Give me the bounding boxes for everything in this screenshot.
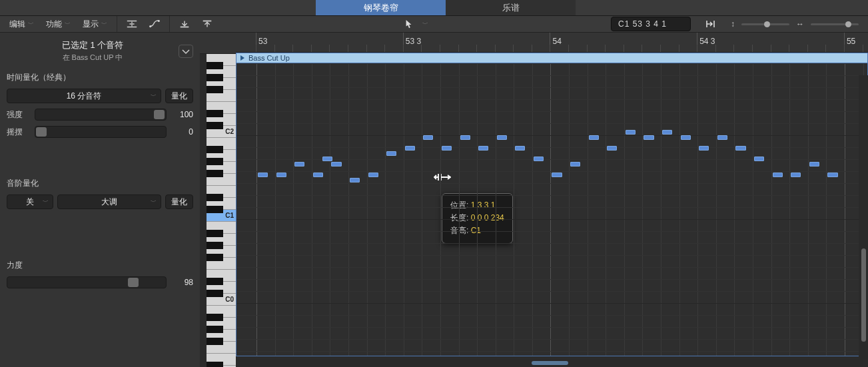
strength-slider[interactable] bbox=[35, 109, 167, 121]
disclosure-toggle-icon[interactable] bbox=[179, 45, 193, 58]
chevron-down-icon[interactable]: ﹀ bbox=[422, 20, 428, 29]
note-grid[interactable]: 位置: 1 3 3 1 长度: 0 0 0 234 音高: C1 bbox=[236, 63, 868, 356]
midi-note[interactable] bbox=[478, 146, 488, 151]
chevron-down-icon: ﹀ bbox=[151, 92, 157, 101]
midi-note[interactable] bbox=[350, 178, 360, 183]
menu-edit-label: 编辑 bbox=[9, 19, 25, 30]
piano-key-black[interactable] bbox=[207, 230, 223, 237]
apply-time-quantize-button[interactable]: 量化 bbox=[165, 89, 193, 103]
tooltip-length-label: 长度: bbox=[450, 213, 468, 222]
catch-playhead-icon[interactable] bbox=[701, 17, 720, 31]
ruler-label: 53 3 bbox=[406, 37, 421, 46]
piano-key-black[interactable] bbox=[207, 194, 223, 201]
midi-note[interactable] bbox=[607, 146, 617, 151]
ruler-label: 54 bbox=[552, 37, 561, 46]
midi-note[interactable] bbox=[773, 173, 783, 177]
menu-edit[interactable]: 编辑﹀ bbox=[5, 17, 38, 31]
scale-type-select[interactable]: 大调 ﹀ bbox=[57, 194, 161, 209]
midi-note[interactable] bbox=[662, 130, 672, 135]
midi-note[interactable] bbox=[313, 173, 323, 177]
piano-key-black[interactable] bbox=[207, 278, 223, 285]
time-ruler[interactable]: 5353 35454 355 bbox=[236, 33, 868, 53]
velocity-label: 力度 bbox=[7, 260, 193, 271]
midi-note[interactable] bbox=[423, 135, 433, 140]
tab-score[interactable]: 乐谱 bbox=[446, 0, 576, 15]
midi-note[interactable] bbox=[534, 157, 544, 161]
piano-key-black[interactable] bbox=[207, 314, 223, 321]
midi-note[interactable] bbox=[276, 173, 286, 177]
strength-value: 100 bbox=[172, 110, 193, 119]
svg-rect-3 bbox=[203, 21, 212, 22]
collapse-toggle-icon[interactable] bbox=[123, 17, 141, 31]
pointer-tool-icon[interactable] bbox=[400, 17, 418, 31]
midi-note[interactable] bbox=[405, 146, 415, 151]
midi-note[interactable] bbox=[791, 173, 801, 177]
piano-key-black[interactable] bbox=[207, 362, 223, 367]
swing-slider[interactable] bbox=[35, 126, 167, 138]
midi-note[interactable] bbox=[460, 135, 470, 140]
midi-note[interactable] bbox=[717, 135, 727, 140]
time-quantize-label: 时间量化（经典） bbox=[7, 72, 193, 83]
midi-note[interactable] bbox=[681, 135, 691, 140]
piano-key-black[interactable] bbox=[207, 338, 223, 345]
automation-curve-icon[interactable] bbox=[145, 17, 164, 31]
midi-note[interactable] bbox=[294, 162, 304, 167]
midi-note[interactable] bbox=[442, 146, 452, 151]
horizontal-scrollbar[interactable] bbox=[236, 359, 863, 367]
piano-key-black[interactable] bbox=[207, 110, 223, 117]
piano-key-black[interactable] bbox=[207, 86, 223, 93]
midi-out-icon[interactable] bbox=[198, 17, 217, 31]
midi-note[interactable] bbox=[386, 151, 396, 156]
midi-note[interactable] bbox=[570, 162, 580, 167]
midi-note[interactable] bbox=[735, 146, 745, 151]
menu-view[interactable]: 显示﹀ bbox=[79, 17, 111, 31]
piano-key-black[interactable] bbox=[207, 122, 223, 129]
midi-note[interactable] bbox=[589, 135, 599, 140]
midi-note[interactable] bbox=[754, 157, 764, 161]
piano-key-black[interactable] bbox=[207, 254, 223, 261]
horizontal-zoom-slider[interactable] bbox=[811, 23, 859, 25]
position-display[interactable]: C1 53 3 4 1 bbox=[611, 17, 691, 31]
ruler-label: 53 bbox=[258, 37, 267, 46]
vertical-zoom-slider[interactable] bbox=[741, 23, 789, 25]
piano-key-black[interactable] bbox=[207, 146, 223, 153]
menu-view-label: 显示 bbox=[83, 19, 99, 30]
piano-keyboard[interactable]: C2C1C0 bbox=[200, 33, 236, 367]
midi-note[interactable] bbox=[322, 157, 332, 161]
velocity-slider[interactable] bbox=[7, 276, 167, 288]
midi-note[interactable] bbox=[515, 146, 525, 151]
tooltip-position-label: 位置: bbox=[450, 200, 468, 210]
piano-key-black[interactable] bbox=[207, 242, 223, 249]
scale-root-select[interactable]: 关 ﹀ bbox=[7, 194, 53, 209]
chevron-down-icon: ﹀ bbox=[151, 198, 157, 206]
piano-key-black[interactable] bbox=[207, 326, 223, 333]
tab-piano-roll[interactable]: 钢琴卷帘 bbox=[316, 0, 446, 15]
piano-key-black[interactable] bbox=[207, 62, 223, 69]
piano-key-black[interactable] bbox=[207, 290, 223, 297]
time-quantize-value: 16 分音符 bbox=[67, 91, 102, 102]
midi-note[interactable] bbox=[809, 162, 819, 167]
midi-note[interactable] bbox=[626, 130, 636, 135]
midi-note[interactable] bbox=[552, 173, 562, 177]
piano-key-black[interactable] bbox=[207, 74, 223, 81]
piano-key-black[interactable] bbox=[207, 170, 223, 177]
midi-note[interactable] bbox=[644, 135, 653, 140]
inspector-panel: 已选定 1 个音符 在 Bass Cut UP 中 时间量化（经典） 16 分音… bbox=[0, 33, 200, 367]
midi-in-icon[interactable] bbox=[175, 17, 194, 31]
midi-note[interactable] bbox=[699, 146, 709, 151]
apply-scale-quantize-button[interactable]: 量化 bbox=[165, 194, 193, 209]
svg-rect-2 bbox=[181, 27, 189, 28]
chevron-down-icon: ﹀ bbox=[101, 20, 107, 29]
midi-note[interactable] bbox=[827, 173, 837, 177]
piano-key-black[interactable] bbox=[207, 158, 223, 165]
time-quantize-select[interactable]: 16 分音符 ﹀ bbox=[7, 89, 161, 103]
piano-key-black[interactable] bbox=[207, 206, 223, 213]
midi-note[interactable] bbox=[368, 173, 378, 177]
midi-note[interactable] bbox=[497, 135, 507, 140]
region-header[interactable]: Bass Cut Up bbox=[236, 53, 868, 63]
menu-functions[interactable]: 功能﹀ bbox=[42, 17, 75, 31]
midi-note[interactable] bbox=[331, 162, 341, 167]
piano-roll-editor[interactable]: 5353 35454 355 Bass Cut Up 位置: 1 3 3 1 长… bbox=[236, 33, 868, 367]
midi-note[interactable] bbox=[258, 173, 268, 177]
vertical-scrollbar[interactable] bbox=[859, 75, 868, 359]
